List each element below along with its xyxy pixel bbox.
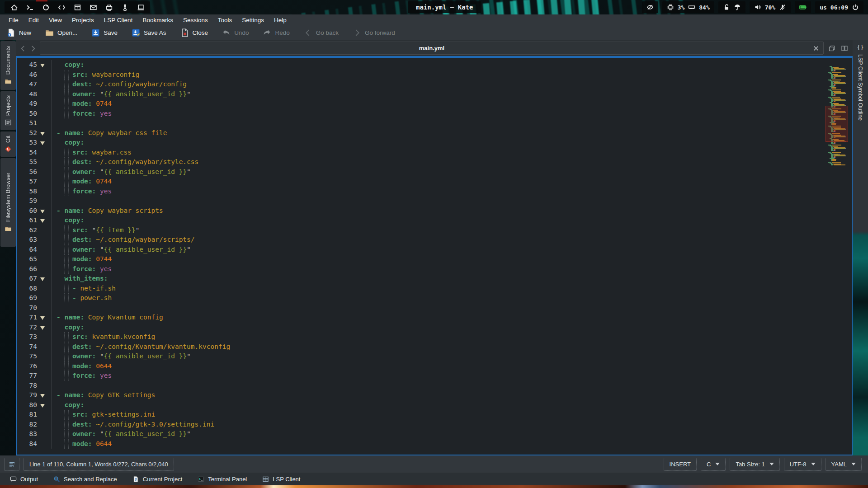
menu-edit[interactable]: Edit [24,14,44,26]
code-line-64[interactable]: 64 owner: "{{ ansible_user_id }}" [17,245,852,255]
sidebar-item-documents[interactable]: Documents [0,41,16,90]
code-line-52[interactable]: 52- name: Copy waybar css file [17,128,852,138]
terminal-panel-panel-button[interactable]: Terminal Panel [198,476,247,483]
code-line-67[interactable]: 67 with_items: [17,274,852,284]
fold-marker-icon[interactable] [37,206,49,216]
tray-group[interactable]: us06:09 [815,1,863,13]
output-panel-button[interactable]: Output [10,476,38,483]
code-line-78[interactable]: 78 [17,381,852,391]
code-line-76[interactable]: 76 mode: 0644 [17,361,852,371]
flask-icon[interactable] [121,3,129,11]
code-line-80[interactable]: 80 copy: [17,400,852,410]
code-line-69[interactable]: 69 - power.sh [17,293,852,303]
home-icon[interactable] [10,3,18,11]
code-line-55[interactable]: 55 dest: ~/.config/waybar/style.css [17,157,852,167]
tab-next-icon[interactable] [28,43,38,53]
sidebar-item-git[interactable]: Git [0,131,16,157]
code-line-50[interactable]: 50 force: yes [17,109,852,119]
code-line-77[interactable]: 77 force: yes [17,371,852,381]
code-line-79[interactable]: 79- name: Copy GTK settings [17,390,852,400]
fold-marker-icon[interactable] [37,390,49,400]
code-line-68[interactable]: 68 - net-if.sh [17,284,852,294]
tray-group[interactable]: 70% [750,1,791,13]
editor-viewport[interactable]: 45 copy:46 src: waybarconfig47 dest: ~/.… [16,56,853,455]
status-c-dropdown[interactable]: C [701,458,726,471]
open-button[interactable]: Open... [45,28,77,38]
tray-group[interactable] [718,1,745,13]
code-line-51[interactable]: 51 [17,118,852,128]
mail-icon[interactable] [89,3,97,11]
code-line-74[interactable]: 74 dest: ~/.config/Kvantum/kvantum.kvcon… [17,342,852,352]
sidebar-item-projects[interactable]: Projects [0,91,16,130]
printer-icon[interactable] [105,3,113,11]
code-line-72[interactable]: 72 copy: [17,323,852,333]
code-line-73[interactable]: 73 src: kvantum.kvconfig [17,332,852,342]
save-as-button[interactable]: Save As [131,28,166,38]
code-line-84[interactable]: 84 mode: 0644 [17,439,852,449]
current-project-panel-button[interactable]: Current Project [132,476,182,483]
code-line-48[interactable]: 48 owner: "{{ ansible_user_id }}" [17,89,852,99]
fold-marker-icon[interactable] [37,138,49,148]
status-tab-size-1-dropdown[interactable]: Tab Size: 1 [730,458,779,471]
code-line-47[interactable]: 47 dest: ~/.config/waybar/config [17,80,852,89]
laptop-icon[interactable] [137,3,145,11]
code-icon[interactable] [57,3,66,11]
menu-tools[interactable]: Tools [213,14,237,26]
menu-file[interactable]: File [4,14,24,26]
search-and-replace-panel-button[interactable]: Search and Replace [53,476,117,483]
code-line-70[interactable]: 70 [17,303,852,313]
code-line-82[interactable]: 82 dest: ~/.config/gtk-3.0/settings.ini [17,420,852,430]
menu-sessions[interactable]: Sessions [178,14,213,26]
code-line-54[interactable]: 54 src: waybar.css [17,148,852,158]
minimap-scrollbar[interactable] [827,66,848,171]
tray-group[interactable] [642,1,658,13]
code-line-49[interactable]: 49 mode: 0744 [17,99,852,109]
menu-lsp-client[interactable]: LSP Client [99,14,138,26]
code-line-57[interactable]: 57 mode: 0744 [17,177,852,187]
code-line-59[interactable]: 59 [17,196,852,206]
sidebar-item-lsp-symbol-outline[interactable]: LSP Client Symbol Outline [857,54,863,121]
terminal-icon[interactable] [26,3,34,11]
menu-view[interactable]: View [44,14,67,26]
save-button[interactable]: Save [91,28,118,38]
status-yaml-dropdown[interactable]: YAML [826,458,862,471]
code-line-60[interactable]: 60- name: Copy waybar scripts [17,206,852,216]
status-utf-8-dropdown[interactable]: UTF-8 [784,458,821,471]
tray-group[interactable]: 3%84% [662,1,714,13]
tab-main-yml[interactable]: main.yml [40,42,824,55]
minimap-view-region[interactable] [826,106,848,142]
fold-marker-icon[interactable] [37,400,49,410]
menu-projects[interactable]: Projects [67,14,99,26]
status-insert-indicator[interactable]: INSERT [664,458,697,471]
tab-close-icon[interactable] [812,45,820,52]
code-line-62[interactable]: 62 src: "{{ item }}" [17,225,852,235]
code-line-63[interactable]: 63 dest: ~/.config/waybar/scripts/ [17,235,852,245]
code-area[interactable]: 45 copy:46 src: waybarconfig47 dest: ~/.… [17,58,852,455]
code-line-66[interactable]: 66 force: yes [17,264,852,274]
code-line-81[interactable]: 81 src: gtk-settings.ini [17,410,852,420]
fold-marker-icon[interactable] [37,323,49,333]
close-button[interactable]: Close [180,28,208,38]
lsp-client-panel-button[interactable]: LSP Client [262,476,300,483]
menu-help[interactable]: Help [269,14,292,26]
menu-bookmarks[interactable]: Bookmarks [137,14,178,26]
sidebar-item-filesystem-browser[interactable]: Filesystem Browser [0,158,16,247]
fold-marker-icon[interactable] [37,216,49,225]
split-view-icon[interactable] [840,43,849,53]
code-line-46[interactable]: 46 src: waybarconfig [17,70,852,80]
copy-view-icon[interactable] [827,43,837,53]
code-line-65[interactable]: 65 mode: 0744 [17,254,852,264]
fold-marker-icon[interactable] [37,274,49,284]
menu-settings[interactable]: Settings [237,14,269,26]
code-line-71[interactable]: 71- name: Copy Kvantum config [17,313,852,323]
code-line-61[interactable]: 61 copy: [17,216,852,225]
tab-prev-icon[interactable] [18,43,28,53]
braces-icon[interactable]: {} [857,42,864,51]
word-wrap-indicator-button[interactable] [4,458,19,471]
code-line-56[interactable]: 56 owner: "{{ ansible_user_id }}" [17,167,852,177]
archive-icon[interactable] [73,3,81,11]
cursor-position-status[interactable]: Line 1 of 110, Column 1, Words 0/272, Ch… [24,458,174,471]
code-line-83[interactable]: 83 owner: "{{ ansible_user_id }}" [17,429,852,439]
dial-icon[interactable] [42,3,50,11]
fold-marker-icon[interactable] [37,313,49,323]
